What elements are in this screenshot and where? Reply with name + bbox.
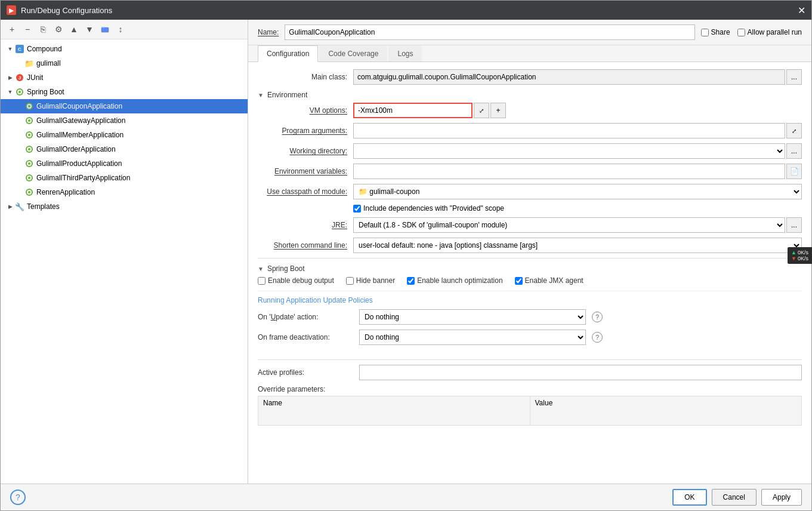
module-select[interactable]: 📁 gulimall-coupon (353, 184, 802, 199)
config-tree: ▼ C Compound 📁 gulimall ▶ (1, 39, 248, 484)
header-checkboxes: Share Allow parallel run (701, 28, 802, 36)
gateway-expand-icon (15, 116, 24, 125)
name-column-header: Name (258, 396, 530, 425)
program-args-input[interactable] (353, 123, 785, 138)
jre-dots-button[interactable]: ... (786, 217, 802, 233)
compound-expand-icon: ▼ (5, 44, 15, 54)
tree-coupon-app[interactable]: GulimallCouponApplication (1, 99, 248, 113)
tree-member-app[interactable]: GulimallMemberApplication (1, 128, 248, 142)
help-button[interactable]: ? (10, 490, 26, 505)
jmx-agent-checkbox[interactable] (515, 277, 523, 285)
tabs-bar: Configuration Code Coverage Logs (248, 45, 811, 62)
svg-rect-0 (101, 27, 109, 32)
close-button[interactable]: ✕ (798, 5, 805, 16)
compound-label: Compound (27, 45, 62, 53)
on-frame-select[interactable]: Do nothing (359, 330, 586, 345)
tree-compound[interactable]: ▼ C Compound (1, 42, 248, 56)
thirdparty-icon (24, 173, 34, 183)
ok-button[interactable]: OK (672, 489, 706, 506)
folder-button[interactable] (98, 23, 112, 36)
main-class-row: Main class: ... (258, 69, 802, 85)
share-checkbox[interactable] (701, 29, 709, 36)
springboot-label: Spring Boot (27, 88, 64, 96)
jmx-agent-label: Enable JMX agent (525, 276, 583, 285)
tab-code-coverage[interactable]: Code Coverage (319, 45, 387, 61)
tree-springboot[interactable]: ▼ Spring Boot (1, 85, 248, 99)
form-area: Main class: ... ▼ Environment VM options… (248, 62, 811, 484)
move-down-button[interactable]: ▼ (83, 23, 96, 36)
vm-options-input[interactable]: -Xmx100m (353, 103, 473, 118)
program-args-expand-button[interactable]: ⤢ (786, 123, 802, 138)
gulimall-label: gulimall (36, 59, 61, 67)
tab-logs[interactable]: Logs (388, 45, 422, 61)
sort-button[interactable]: ↕ (114, 23, 127, 36)
active-profiles-input[interactable] (359, 365, 802, 380)
springboot-expand-icon: ▼ (5, 87, 15, 97)
order-label: GulimallOrderApplication (36, 145, 116, 153)
left-toolbar: + − ⎘ ⚙ ▲ ▼ ↕ (1, 20, 248, 39)
vm-options-value: -Xmx100m (358, 106, 393, 115)
tree-gateway-app[interactable]: GulimallGatewayApplication (1, 113, 248, 128)
vm-expand-button[interactable]: ⤢ (474, 103, 489, 118)
environment-collapse-icon[interactable]: ▼ (258, 92, 264, 98)
right-panel: Name: Share Allow parallel run Configu (248, 20, 811, 484)
main-class-dots-button[interactable]: ... (786, 69, 802, 85)
main-class-input[interactable] (353, 69, 785, 85)
parallel-checkbox[interactable] (737, 29, 745, 36)
copy-config-button[interactable]: ⎘ (36, 23, 50, 36)
move-up-button[interactable]: ▲ (67, 23, 81, 36)
tree-thirdparty-app[interactable]: GulimallThirdPartyApplication (1, 171, 248, 185)
on-update-row: On 'Update' action: Do nothing ? (258, 309, 802, 325)
working-dir-select[interactable] (353, 143, 785, 159)
override-params-table: Name Value (258, 396, 802, 426)
override-params-label: Override parameters: (258, 385, 802, 393)
vm-dots-button[interactable]: + (490, 103, 506, 118)
debug-output-label: Enable debug output (268, 276, 334, 285)
shorten-cmd-row: Shorten command line: user-local default… (258, 238, 802, 253)
on-update-label: On 'Update' action: (258, 313, 353, 321)
jmx-agent-item: Enable JMX agent (515, 276, 583, 285)
debug-output-checkbox[interactable] (258, 277, 265, 285)
apply-button[interactable]: Apply (761, 489, 802, 506)
tree-templates[interactable]: ▶ 🔧 Templates (1, 199, 248, 214)
share-label: Share (711, 28, 730, 36)
working-dir-dots-button[interactable]: ... (786, 143, 802, 159)
on-frame-help-icon[interactable]: ? (592, 332, 603, 343)
tree-junit[interactable]: ▶ J JUnit (1, 70, 248, 85)
tab-configuration[interactable]: Configuration (258, 45, 318, 62)
compound-icon: C (15, 44, 24, 54)
product-expand-icon (15, 159, 24, 168)
hide-banner-checkbox[interactable] (346, 277, 354, 285)
shorten-cmd-select[interactable]: user-local default: none - java [options… (353, 238, 802, 253)
section-divider (258, 258, 802, 258)
left-panel: + − ⎘ ⚙ ▲ ▼ ↕ ▼ C (1, 20, 248, 484)
templates-icon: 🔧 (15, 202, 24, 211)
remove-config-button[interactable]: − (21, 23, 34, 36)
coupon-label: GulimallCouponApplication (36, 102, 122, 110)
shorten-cmd-label: Shorten command line: (258, 241, 353, 250)
tree-gulimall[interactable]: 📁 gulimall (1, 56, 248, 70)
name-input[interactable] (285, 24, 694, 40)
network-indicator: ▲ 0K/s ▼ 0K/s (788, 247, 812, 264)
on-update-help-icon[interactable]: ? (592, 312, 603, 322)
include-deps-checkbox[interactable] (353, 205, 361, 213)
launch-opt-checkbox[interactable] (407, 277, 415, 285)
env-vars-docs-button[interactable]: 📄 (786, 164, 802, 179)
tree-order-app[interactable]: GulimallOrderApplication (1, 142, 248, 156)
tree-renren-app[interactable]: RenrenApplication (1, 185, 248, 199)
app-icon: ▶ (7, 5, 16, 15)
cancel-button[interactable]: Cancel (712, 489, 757, 506)
on-update-select[interactable]: Do nothing (359, 309, 586, 325)
jre-select[interactable]: Default (1.8 - SDK of 'gulimall-coupon' … (353, 217, 785, 233)
spring-boot-collapse-icon[interactable]: ▼ (258, 266, 264, 272)
policies-title: Running Application Update Policies (258, 296, 802, 304)
add-config-button[interactable]: + (5, 23, 18, 36)
env-vars-input[interactable] (353, 164, 785, 179)
member-icon (24, 130, 34, 140)
program-args-label: Program arguments: (258, 127, 353, 135)
settings-button[interactable]: ⚙ (52, 23, 65, 36)
junit-icon: J (15, 73, 24, 82)
policies-section: Running Application Update Policies On '… (258, 291, 802, 355)
tree-product-app[interactable]: GulimallProductApplication (1, 156, 248, 171)
dialog-actions: OK Cancel Apply (672, 489, 802, 506)
